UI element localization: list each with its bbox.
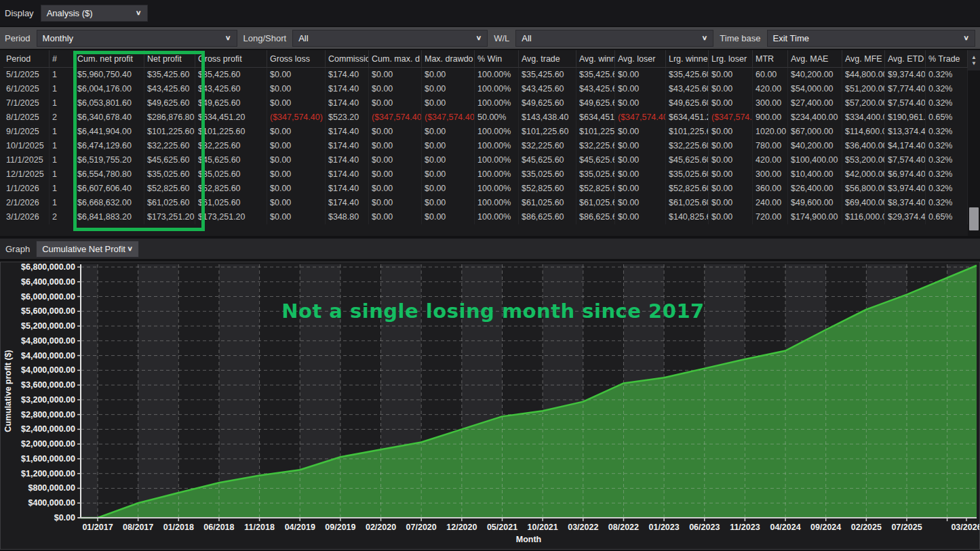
- table-cell[interactable]: $334,400.00: [842, 110, 885, 125]
- table-cell[interactable]: $6,974.40: [885, 167, 926, 182]
- table-cell[interactable]: 300.00: [753, 167, 788, 182]
- table-cell[interactable]: 0.32%: [926, 125, 968, 139]
- table-cell[interactable]: $286,876.80: [144, 110, 195, 125]
- table-cell[interactable]: $32,225.60: [576, 139, 615, 153]
- table-cell[interactable]: $29,374.40: [885, 210, 926, 224]
- column-header-6[interactable]: Gross loss: [267, 50, 326, 68]
- table-cell[interactable]: 1: [50, 182, 75, 196]
- table-cell[interactable]: $0.00: [422, 196, 475, 210]
- column-header-12[interactable]: Avg. winn: [576, 50, 615, 68]
- column-header-4[interactable]: Net profit: [144, 50, 195, 68]
- table-cell[interactable]: 1: [50, 153, 75, 167]
- table-cell[interactable]: $634,451.20: [195, 110, 267, 125]
- table-cell[interactable]: $40,200.00: [788, 139, 842, 153]
- table-cell[interactable]: $174.40: [326, 139, 369, 153]
- table-cell[interactable]: $0.00: [369, 125, 422, 139]
- table-cell[interactable]: 0.32%: [926, 153, 968, 167]
- table-cell[interactable]: $0.00: [709, 153, 753, 167]
- table-cell[interactable]: $6,441,904.00: [75, 125, 144, 139]
- table-cell[interactable]: 2: [50, 210, 75, 224]
- table-cell[interactable]: 6/1/2025: [3, 82, 50, 96]
- table-cell[interactable]: $61,025.60: [576, 196, 615, 210]
- table-cell[interactable]: $0.00: [422, 167, 475, 182]
- table-cell[interactable]: $0.00: [267, 182, 326, 196]
- table-cell[interactable]: $7,574.40: [885, 153, 926, 167]
- table-cell[interactable]: 2/1/2026: [3, 196, 50, 210]
- table-cell[interactable]: 7/1/2025: [3, 96, 50, 110]
- wl-select[interactable]: All ∨: [515, 30, 713, 47]
- table-cell[interactable]: $7,774.40: [885, 82, 926, 96]
- table-cell[interactable]: $0.00: [422, 82, 475, 96]
- table-cell[interactable]: $101,225.60: [144, 125, 195, 139]
- table-cell[interactable]: $10,400.00: [788, 167, 842, 182]
- table-cell[interactable]: $0.00: [615, 68, 666, 82]
- table-cell[interactable]: $174.40: [326, 167, 369, 182]
- table-cell[interactable]: 0.32%: [926, 139, 968, 153]
- table-cell[interactable]: 720.00: [753, 210, 788, 224]
- table-cell[interactable]: 1: [50, 96, 75, 110]
- table-cell[interactable]: $0.00: [267, 167, 326, 182]
- table-cell[interactable]: $523.20: [326, 110, 369, 125]
- table-cell[interactable]: $35,425.60: [576, 68, 615, 82]
- table-cell[interactable]: $0.00: [422, 210, 475, 224]
- table-cell[interactable]: $61,025.60: [144, 196, 195, 210]
- table-cell[interactable]: $0.00: [422, 153, 475, 167]
- table-cell[interactable]: $0.00: [369, 210, 422, 224]
- table-cell[interactable]: $86,625.60: [576, 210, 615, 224]
- table-cell[interactable]: $69,400.00: [842, 196, 885, 210]
- table-cell[interactable]: 1/1/2026: [3, 182, 50, 196]
- table-cell[interactable]: $6,554,780.80: [75, 167, 144, 182]
- table-cell[interactable]: $173,251.20: [144, 210, 195, 224]
- table-cell[interactable]: $35,425.60: [144, 68, 195, 82]
- table-cell[interactable]: $35,025.60: [576, 167, 615, 182]
- column-header-17[interactable]: Avg. MAE: [788, 50, 842, 68]
- table-cell[interactable]: $174.40: [326, 82, 369, 96]
- table-cell[interactable]: $36,400.00: [842, 139, 885, 153]
- table-cell[interactable]: $42,000.00: [842, 167, 885, 182]
- table-cell[interactable]: $54,000.00: [788, 82, 842, 96]
- table-cell[interactable]: $27,400.00: [788, 96, 842, 110]
- table-cell[interactable]: 0.32%: [926, 182, 968, 196]
- table-cell[interactable]: 0.32%: [926, 196, 968, 210]
- column-header-10[interactable]: % Win: [475, 50, 519, 68]
- table-cell[interactable]: $0.00: [369, 182, 422, 196]
- table-cell[interactable]: $35,425.60: [195, 68, 267, 82]
- table-cell[interactable]: $0.00: [369, 96, 422, 110]
- table-cell[interactable]: $0.00: [709, 139, 753, 153]
- table-cell[interactable]: ($347,574.40): [267, 110, 326, 125]
- column-header-1[interactable]: Period: [3, 50, 50, 68]
- table-cell[interactable]: $174.40: [326, 153, 369, 167]
- table-cell[interactable]: $0.00: [615, 125, 666, 139]
- table-cell[interactable]: 100.00%: [475, 68, 519, 82]
- table-cell[interactable]: $0.00: [369, 167, 422, 182]
- table-cell[interactable]: 1: [50, 196, 75, 210]
- scroll-up-icon[interactable]: ▲: [971, 54, 977, 60]
- period-select[interactable]: Monthly ∨: [37, 30, 237, 47]
- time-base-select[interactable]: Exit Time ∨: [767, 30, 975, 47]
- column-header-18[interactable]: Avg. MFE: [842, 50, 885, 68]
- table-cell[interactable]: 2: [50, 110, 75, 125]
- table-cell[interactable]: $6,668,632.00: [75, 196, 144, 210]
- table-cell[interactable]: $101,225.60: [195, 125, 267, 139]
- table-cell[interactable]: $4,174.40: [885, 139, 926, 153]
- column-header-13[interactable]: Avg. loser: [615, 50, 666, 68]
- table-cell[interactable]: $0.00: [709, 167, 753, 182]
- table-cell[interactable]: $0.00: [267, 125, 326, 139]
- table-cell[interactable]: $101,225.60: [666, 125, 709, 139]
- table-cell[interactable]: 12/1/2025: [3, 167, 50, 182]
- table-cell[interactable]: $634,451.20: [576, 110, 615, 125]
- table-cell[interactable]: 1: [50, 68, 75, 82]
- display-select[interactable]: Analysis ($) ∨: [41, 5, 148, 22]
- table-cell[interactable]: 100.00%: [475, 96, 519, 110]
- table-cell[interactable]: 100.00%: [475, 153, 519, 167]
- column-header-2[interactable]: #: [50, 50, 75, 68]
- table-cell[interactable]: ($347,574.40): [422, 110, 475, 125]
- table-cell[interactable]: 300.00: [753, 96, 788, 110]
- table-cell[interactable]: $52,825.60: [576, 182, 615, 196]
- table-cell[interactable]: $0.00: [615, 210, 666, 224]
- table-cell[interactable]: 0.32%: [926, 82, 968, 96]
- table-cell[interactable]: $43,425.60: [576, 82, 615, 96]
- column-header-3[interactable]: Cum. net profit: [75, 50, 144, 68]
- table-cell[interactable]: $6,004,176.00: [75, 82, 144, 96]
- table-cell[interactable]: $100,400.00: [788, 153, 842, 167]
